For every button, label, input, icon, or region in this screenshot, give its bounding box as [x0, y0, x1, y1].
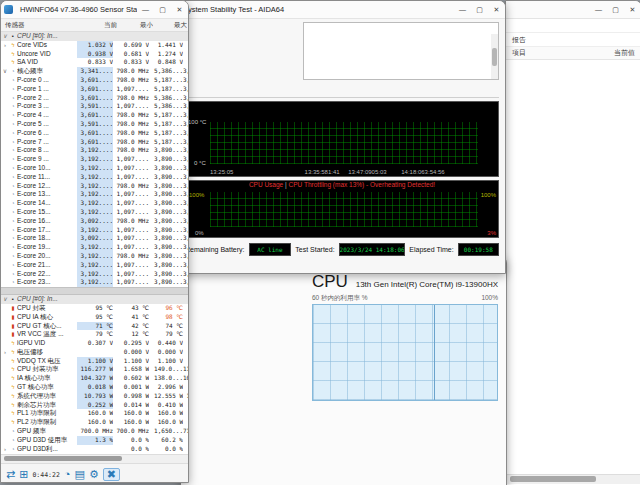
- minimize-icon[interactable]: —: [590, 1, 607, 18]
- clk2-icon: ◔: [9, 138, 17, 147]
- tm-cpu-utilization-graph[interactable]: [312, 304, 498, 401]
- value-max: 5,187...: [149, 129, 183, 138]
- report-icon[interactable]: ▤: [75, 469, 85, 480]
- sensor-row[interactable]: ◔E-core 23...3,192....1,097....3,890...3…: [1, 278, 188, 287]
- column-min[interactable]: 最小: [117, 21, 153, 30]
- sensor-row[interactable]: ϟPL1 功率限制160.0 W160.0 W160.0 W160: [1, 409, 188, 418]
- value-max: 5,386...: [149, 102, 183, 111]
- sensor-row[interactable]: ◔E-core 11...3,192....1,097....3,890...3…: [1, 173, 188, 182]
- sensor-row[interactable]: ◔P-core 5 ...3,591....798.0 MHz5,187...3…: [1, 120, 188, 129]
- value-max: 79 ℃: [149, 330, 183, 339]
- value-current: 3,192....: [77, 155, 113, 164]
- column-current-value[interactable]: 当前值: [591, 48, 640, 58]
- sensor-logging-time: 0:44:22: [32, 471, 59, 479]
- sensor-row[interactable]: ◔E-core 9 ...3,192....1,097....3,890...3…: [1, 155, 188, 164]
- close-icon[interactable]: ✕: [624, 1, 640, 18]
- sensor-row[interactable]: ◔E-core 10...3,192....1,097....3,890...3…: [1, 164, 188, 173]
- sensor-row[interactable]: ϟiGPU VID0.307 V0.295 V0.440 V0.3: [1, 339, 188, 348]
- sensor-row[interactable]: ›◔GPU D3D利...0.0 %0.0 %: [1, 445, 188, 454]
- sensor-row[interactable]: ◔P-core 4 ...3,691....798.0 MHz5,187...3…: [1, 111, 188, 120]
- aida64-titlebar[interactable]: System Stability Test - AIDA64 — ▢ ✕: [179, 1, 505, 19]
- column-max[interactable]: 最大: [153, 21, 187, 30]
- sensor-row[interactable]: ▮VR VCC 温度 ...79 ℃12 ℃79 ℃7: [1, 330, 188, 339]
- stability-log-table[interactable]: [303, 22, 499, 80]
- value-current: 95 ℃: [77, 313, 113, 322]
- temp-x-label-1: 13:35:581:41: [305, 169, 340, 175]
- sensor-row[interactable]: ϟ剩余芯片功率0.252 W0.014 W0.410 W0.2: [1, 401, 188, 410]
- sensor-section-row[interactable]: ∨▪CPU [#0]: In...: [1, 295, 188, 304]
- temp-legend-row1: [186, 102, 498, 111]
- sensor-row[interactable]: ϟ系统代理功率10.793 W0.998 W12.555 W10.1: [1, 392, 188, 401]
- sensor-row[interactable]: ◔E-core 17...3,192....1,097....3,890...3…: [1, 226, 188, 235]
- sensor-row[interactable]: ◔E-core 18...3,092....1,097....3,890...3…: [1, 234, 188, 243]
- sensor-row[interactable]: ◔E-core 22...3,192....1,097....3,890...3…: [1, 270, 188, 279]
- sensor-row[interactable]: ◔P-core 3 ...3,591....1,097....5,386...3…: [1, 102, 188, 111]
- sensor-row[interactable]: ▮CPU 封装95 ℃43 ℃96 ℃9: [1, 304, 188, 313]
- sensor-row[interactable]: ◔GPU D3D 使用率1.3 %0.0 %60.2 %9: [1, 436, 188, 445]
- sensor-row[interactable]: ϟCPU 封装功率116.277 W1.658 W149.0...112.9: [1, 365, 188, 374]
- maximize-icon[interactable]: ▢: [607, 1, 624, 18]
- sensor-label: 核心频率: [17, 67, 77, 76]
- value-avg: 3,115: [183, 252, 188, 261]
- sensor-row[interactable]: ◔E-core 12...3,192....798.0 MHz3,890...3…: [1, 182, 188, 191]
- clk2-icon: ◔: [9, 445, 17, 454]
- sensor-row[interactable]: ◔E-core 15...3,192....1,097....3,890...3…: [1, 208, 188, 217]
- close-sensors-icon[interactable]: ✖: [103, 468, 120, 481]
- sensor-row[interactable]: ϟVDDQ TX 电压1.100 V1.100 V1.100 V1.1: [1, 357, 188, 366]
- value-max: 96 ℃: [149, 304, 183, 313]
- sensor-row[interactable]: ▮CPU GT 核心...71 ℃42 ℃74 ℃7: [1, 322, 188, 331]
- close-icon[interactable]: ✕: [488, 1, 505, 18]
- sensor-row[interactable]: ›ϟCore VIDs1.032 V0.699 V1.441 V1.0: [1, 41, 188, 50]
- sensor-row[interactable]: ◔GPU 频率700.0 MHz700.0 MHz1,650...714.5: [1, 427, 188, 436]
- column-item[interactable]: 项目: [506, 48, 591, 58]
- sensor-row[interactable]: ◔P-core 1 ...3,691....1,097....5,187...3…: [1, 85, 188, 94]
- sensor-section-row[interactable]: ∨▪CPU [#0]: In...: [1, 32, 188, 41]
- sensor-row[interactable]: ◔E-core 13...3,192....1,097....3,890...3…: [1, 190, 188, 199]
- clock-icon[interactable]: ◔: [64, 469, 71, 480]
- sync-arrows-icon[interactable]: ⇄: [6, 469, 15, 480]
- sensor-row[interactable]: ◔E-core 8 ...3,192....798.0 MHz3,890...3…: [1, 146, 188, 155]
- value-avg: 3,119: [183, 146, 188, 155]
- sensor-row[interactable]: ◔E-core 16...3,092....798.0 MHz3,890...3…: [1, 217, 188, 226]
- sensor-horizontal-scrollbar[interactable]: [506, 474, 640, 484]
- aida64-tabs: [185, 83, 499, 98]
- sensor-row[interactable]: ϟUncore VID0.938 V0.681 V1.274 V0.9: [1, 50, 188, 59]
- value-avg: 3,129: [183, 199, 188, 208]
- maximize-icon[interactable]: ▢: [154, 1, 171, 18]
- sensor-row[interactable]: ◔E-core 19...3,192....1,097....3,890...3…: [1, 243, 188, 252]
- value-min: 0.833 V: [113, 58, 149, 67]
- sensor-row[interactable]: ◔P-core 6 ...3,691....798.0 MHz5,187...3…: [1, 129, 188, 138]
- sensor-label: E-core 22...: [17, 270, 77, 279]
- sensor-row[interactable]: ▮CPU IA 核心95 ℃41 ℃98 ℃9: [1, 313, 188, 322]
- sensor-row[interactable]: ◔E-core 14...3,192....1,097....3,890...3…: [1, 199, 188, 208]
- task-manager-cpu-pane: CPU 13th Gen Intel(R) Core(TM) i9-13900H…: [302, 270, 506, 485]
- maximize-icon[interactable]: ▢: [471, 1, 488, 18]
- log-scrollbar[interactable]: [491, 34, 498, 79]
- column-sensor[interactable]: 传感器: [1, 21, 81, 30]
- sensor-row[interactable]: ϟGT 核心功率0.018 W0.001 W2.996 W0.2: [1, 383, 188, 392]
- minimize-icon[interactable]: —: [137, 1, 154, 18]
- sensor-row[interactable]: ◔P-core 2 ...3,691....798.0 MHz5,386...3…: [1, 94, 188, 103]
- network-icon[interactable]: ⊞: [19, 469, 28, 480]
- minimize-icon[interactable]: —: [454, 1, 471, 18]
- sensor-row[interactable]: ◔P-core 7 ...3,691....798.0 MHz5,187...3…: [1, 138, 188, 147]
- hwinfo-titlebar[interactable]: HWiNFO64 v7.36-4960 Sensor Sta... — ▢ ✕: [1, 1, 188, 19]
- close-icon[interactable]: ✕: [171, 1, 188, 18]
- value-min: 798.0 MHz: [113, 182, 149, 191]
- sensor-row[interactable]: ϟPL2 功率限制160.0 W160.0 W160.0 W160: [1, 418, 188, 427]
- sensor-row[interactable]: ϟSA VID0.833 V0.833 V0.848 V0.8: [1, 58, 188, 67]
- sensor-row[interactable]: ϟIA 核心功率104.327 W0.602 W138.0...101.4: [1, 374, 188, 383]
- value-current: 3,192....: [77, 252, 113, 261]
- report-button[interactable]: 报告: [512, 35, 526, 45]
- sensor-row[interactable]: ∨◔核心频率3,341....798.0 MHz5,386...3,296: [1, 67, 188, 76]
- sensor-row[interactable]: ◔E-core 21...3,192....1,097....3,890...3…: [1, 261, 188, 270]
- clk2-icon: ◔: [9, 199, 17, 208]
- sensor-window-titlebar[interactable]: — ▢ ✕: [506, 1, 640, 19]
- sensor-row[interactable]: ›ϟ电压偏移0.000 V0.000 V: [1, 348, 188, 357]
- settings-gear-icon[interactable]: ⚙: [89, 469, 99, 480]
- sensor-row[interactable]: ◔E-core 20...3,192....798.0 MHz3,890...3…: [1, 252, 188, 261]
- pwr-icon: ϟ: [9, 383, 17, 392]
- column-current[interactable]: 当前: [81, 21, 117, 30]
- sensor-row[interactable]: ◔P-core 0 ...3,691....798.0 MHz5,187...3…: [1, 76, 188, 85]
- hwinfo-horizontal-scrollbar[interactable]: [1, 454, 188, 463]
